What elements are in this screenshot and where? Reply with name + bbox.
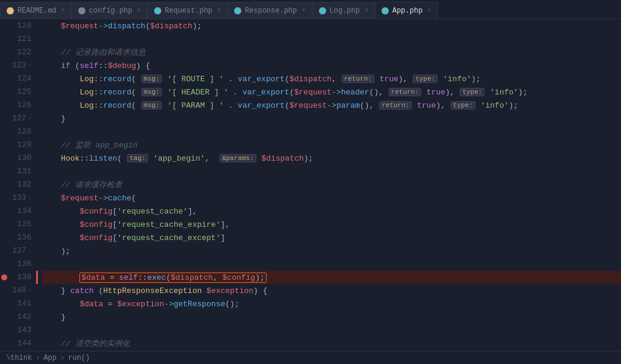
tab-request[interactable]: Request.php×: [147, 2, 227, 19]
code-line-142: }: [42, 310, 621, 324]
code-line-122: // 记录路由和请求信息: [42, 46, 621, 59]
gutter-line-139[interactable]: 139: [0, 271, 31, 284]
tab-close-log[interactable]: ×: [365, 7, 368, 14]
param-hint: msg:: [141, 75, 162, 83]
gutter-line-135[interactable]: 135: [0, 218, 31, 231]
tab-response[interactable]: Response.php×: [227, 2, 312, 19]
code-line-127: }: [42, 112, 621, 125]
gutter-line-131[interactable]: 131: [0, 165, 31, 178]
fold-arrow[interactable]: ›: [28, 59, 31, 72]
code-line-133: $request->cache(: [42, 191, 621, 205]
code-line-141: $data = $exception->getResponse();: [42, 297, 621, 310]
tab-log[interactable]: Log.php×: [312, 2, 375, 19]
code-line-132: // 请求缓存检查: [42, 178, 621, 191]
code-line-126: Log::record( msg: '[ PARAM ] ' . var_exp…: [42, 99, 621, 112]
gutter-line-126[interactable]: 126: [0, 99, 31, 112]
highlight-border: [36, 271, 38, 284]
fold-arrow[interactable]: ›: [28, 244, 31, 258]
code-area[interactable]: $request->dispatch($dispatch); // 记录路由和请…: [36, 19, 621, 351]
gutter-line-132[interactable]: 132: [0, 178, 31, 191]
gutter-line-123[interactable]: 123›: [0, 59, 31, 72]
line-number: 136: [17, 231, 31, 244]
gutter-line-129[interactable]: 129: [0, 138, 31, 152]
code-line-120: $request->dispatch($dispatch);: [42, 19, 621, 32]
tab-label-response: Response.php: [245, 7, 297, 15]
code-line-143: [42, 324, 621, 337]
fold-arrow[interactable]: ›: [28, 112, 31, 125]
breadcrumb-separator: ›: [36, 354, 40, 362]
gutter-line-144[interactable]: 144: [0, 337, 31, 350]
code-line-138: [42, 258, 621, 271]
tab-close-config[interactable]: ×: [137, 7, 141, 14]
gutter-line-141[interactable]: 141: [0, 297, 31, 310]
line-number: 144: [17, 337, 31, 350]
breakpoint-dot: [1, 274, 7, 280]
param-hint: msg:: [141, 101, 162, 110]
gutter-line-128[interactable]: 128: [0, 125, 31, 138]
tab-icon-readme: [7, 7, 14, 14]
gutter-line-124[interactable]: 124: [0, 72, 31, 85]
gutter-line-137[interactable]: 137›: [0, 244, 31, 258]
gutter-line-134[interactable]: 134: [0, 205, 31, 218]
gutter-line-125[interactable]: 125: [0, 85, 31, 99]
code-line-136: $config['request_cache_except']: [42, 231, 621, 244]
tab-label-config: config.php: [89, 7, 132, 15]
breadcrumb-item: App: [43, 354, 57, 362]
code-line-140: } catch (HttpResponseException $exceptio…: [42, 284, 621, 297]
tab-config[interactable]: config.php×: [72, 2, 147, 19]
fold-arrow[interactable]: ›: [28, 191, 31, 205]
param-hint: return:: [342, 75, 374, 83]
gutter-line-120[interactable]: 120: [0, 19, 31, 32]
gutter-line-136[interactable]: 136: [0, 231, 31, 244]
line-number: 120: [17, 19, 31, 32]
line-number: 123: [12, 59, 26, 72]
tab-label-readme: README.md: [17, 7, 57, 15]
editor: 120121122123›124125126127›12812913013113…: [0, 19, 621, 351]
code-line-124: Log::record( msg: '[ ROUTE ] ' . var_exp…: [42, 72, 621, 85]
tab-close-request[interactable]: ×: [217, 7, 221, 14]
breadcrumb-separator: ›: [60, 354, 64, 362]
line-number: 126: [17, 99, 31, 112]
tab-close-app[interactable]: ×: [427, 7, 431, 14]
gutter-line-122[interactable]: 122: [0, 46, 31, 59]
tab-close-response[interactable]: ×: [302, 7, 306, 14]
line-number: 140: [12, 284, 26, 297]
fold-arrow[interactable]: ›: [28, 284, 31, 297]
line-number: 134: [17, 205, 31, 218]
tab-label-request: Request.php: [165, 7, 212, 15]
param-hint: return:: [389, 88, 421, 96]
tab-icon-app: [382, 7, 389, 14]
line-number: 129: [17, 138, 31, 152]
line-number: 133: [12, 191, 26, 205]
tab-icon-response: [234, 7, 241, 14]
code-line-135: $config['request_cache_expire'],: [42, 218, 621, 231]
tab-label-log: Log.php: [330, 7, 360, 15]
tab-app[interactable]: App.php×: [375, 2, 437, 19]
line-number: 135: [17, 218, 31, 231]
gutter-line-143[interactable]: 143: [0, 324, 31, 337]
tab-readme[interactable]: README.md×: [0, 2, 72, 19]
line-number: 130: [17, 152, 31, 165]
line-number: 128: [17, 125, 31, 138]
line-number: 132: [17, 178, 31, 191]
gutter-line-121[interactable]: 121: [0, 32, 31, 46]
gutter-line-130[interactable]: 130: [0, 152, 31, 165]
gutter-line-140[interactable]: 140›: [0, 284, 31, 297]
tab-close-readme[interactable]: ×: [61, 7, 65, 14]
param-hint: msg:: [141, 88, 162, 96]
breadcrumb-item: \think: [6, 354, 32, 362]
line-number: 131: [17, 165, 31, 178]
tab-icon-log: [319, 7, 326, 14]
code-line-121: [42, 32, 621, 46]
param-hint: type:: [460, 88, 484, 96]
gutter-line-142[interactable]: 142: [0, 310, 31, 324]
gutter-line-133[interactable]: 133›: [0, 191, 31, 205]
line-number: 122: [17, 46, 31, 59]
code-line-139: $data = self::exec($dispatch, $config);: [42, 271, 621, 284]
code-line-129: // 监听 app_begin: [42, 138, 621, 152]
gutter-line-138[interactable]: 138: [0, 258, 31, 271]
line-number: 121: [17, 32, 31, 46]
code-line-134: $config['request_cache'],: [42, 205, 621, 218]
line-number: 141: [17, 297, 31, 310]
gutter-line-127[interactable]: 127›: [0, 112, 31, 125]
